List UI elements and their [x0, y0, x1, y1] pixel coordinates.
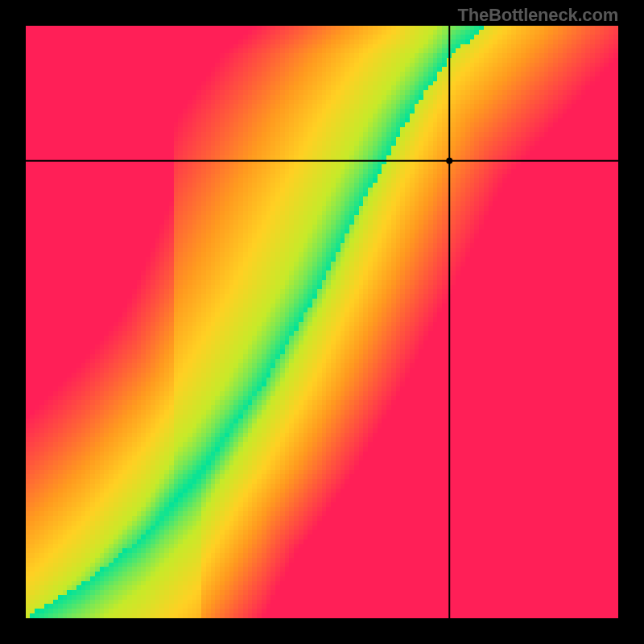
watermark-text: TheBottleneck.com [457, 5, 618, 26]
chart-container: TheBottleneck.com [0, 0, 644, 644]
bottleneck-heatmap [26, 26, 618, 618]
